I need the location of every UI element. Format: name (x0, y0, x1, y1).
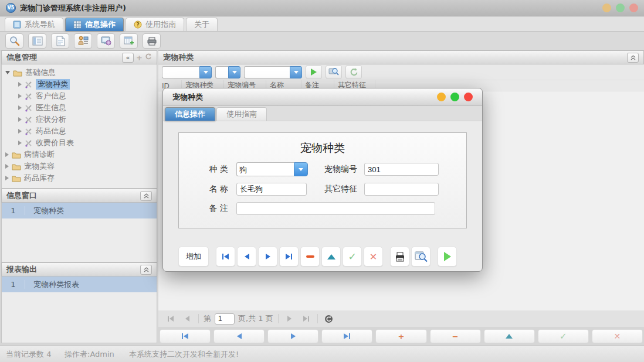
print-button[interactable] (390, 247, 409, 267)
tree-item-base-info[interactable]: 基础信息 (5, 67, 157, 78)
report-output-header: 报表输出 (1, 262, 157, 276)
caret-right-icon[interactable] (18, 141, 22, 145)
print-button[interactable] (143, 33, 161, 49)
form-view-button[interactable] (28, 33, 46, 49)
tree-item-pet-type[interactable]: 宠物种类 (5, 78, 157, 90)
prev-record-button[interactable] (237, 247, 256, 267)
collapse-panel-button[interactable] (140, 265, 152, 275)
collapse-main-button[interactable] (627, 53, 639, 63)
main-tab-bar: 系统导航 信息操作 ? 使用指南 关于 (0, 16, 644, 32)
caret-right-icon[interactable] (18, 105, 22, 110)
delete-record-button[interactable]: − (430, 329, 481, 343)
run-button[interactable] (438, 247, 457, 267)
record-nav-bar: + − ✓ ✕ (160, 329, 643, 343)
caret-right-icon[interactable] (18, 82, 22, 87)
cancel-record-button[interactable]: ✕ (592, 329, 643, 343)
last-page-button[interactable] (300, 313, 313, 325)
dropdown-button[interactable] (199, 66, 212, 78)
save-record-button[interactable]: ✓ (538, 329, 589, 343)
refresh-icon[interactable] (145, 53, 152, 62)
page-number-input[interactable] (215, 313, 235, 325)
remark-input[interactable] (236, 202, 435, 215)
minimize-button[interactable] (437, 93, 446, 101)
add-button[interactable]: 增加 (178, 247, 209, 267)
next-record-button[interactable] (267, 329, 318, 343)
add-record-button[interactable]: + (375, 329, 426, 343)
tree-item-drug-info[interactable]: 药品信息 (5, 125, 157, 137)
monitor-button[interactable] (97, 33, 115, 49)
dropdown-button[interactable] (228, 66, 240, 78)
document-button[interactable] (51, 33, 69, 49)
save-record-button[interactable]: ✓ (343, 247, 362, 267)
printer-icon (146, 35, 158, 47)
play-icon (444, 252, 451, 261)
close-button[interactable] (464, 93, 473, 101)
close-button[interactable] (629, 4, 638, 12)
add-icon[interactable]: + (136, 53, 143, 62)
filter-value-select[interactable] (244, 66, 302, 78)
last-record-button[interactable] (279, 247, 299, 267)
next-page-button[interactable] (283, 313, 296, 325)
refresh-button[interactable] (345, 65, 362, 79)
delete-record-button[interactable] (300, 247, 320, 267)
form-row: 名 称 其它特征 (179, 183, 466, 196)
feature-input[interactable] (364, 183, 439, 196)
cancel-record-button[interactable]: ✕ (364, 247, 383, 267)
collapse-panel-button[interactable] (140, 191, 152, 201)
pet-code-input[interactable] (364, 163, 439, 176)
tab-user-guide[interactable]: ? 使用指南 (126, 18, 184, 31)
prev-record-button[interactable] (213, 329, 265, 343)
next-record-button[interactable] (258, 247, 277, 267)
caret-right-icon[interactable] (18, 94, 22, 98)
window-icon (13, 21, 21, 29)
collapse-sidebar-button[interactable]: « (122, 53, 134, 63)
caret-right-icon[interactable] (5, 176, 9, 180)
caret-right-icon[interactable] (18, 117, 22, 122)
dropdown-button[interactable] (290, 66, 302, 78)
search-button[interactable] (5, 33, 23, 49)
table-add-button[interactable] (120, 33, 138, 49)
maximize-button[interactable] (450, 93, 459, 101)
first-page-button[interactable] (164, 313, 177, 325)
dialog-tab-info-operation[interactable]: 信息操作 (165, 107, 215, 121)
dropdown-button[interactable] (294, 162, 308, 176)
last-record-button[interactable] (321, 329, 372, 343)
tree-item-price-list[interactable]: 收费价目表 (5, 137, 157, 149)
pet-type-dialog: 宠物种类 信息操作 使用指南 宠物种类 种 类 狗 (162, 88, 483, 272)
tree-item-symptom-analysis[interactable]: 症状分析 (5, 114, 157, 125)
filter-operator-select[interactable] (215, 66, 240, 78)
report-row-pet-type-report[interactable]: 1 宠物种类报表 (2, 276, 157, 292)
info-window-row-pet-type[interactable]: 1 宠物种类 (2, 203, 157, 218)
tools-icon (25, 139, 33, 147)
tree-item-customer-info[interactable]: 客户信息 (5, 90, 157, 102)
first-record-button[interactable] (216, 247, 235, 267)
species-select[interactable]: 狗 (236, 162, 308, 176)
caret-right-icon[interactable] (5, 164, 9, 169)
user-report-button[interactable] (74, 33, 92, 49)
dialog-tab-user-guide[interactable]: 使用指南 (216, 107, 267, 121)
refresh-icon (324, 315, 333, 323)
caret-down-icon[interactable] (5, 71, 10, 74)
refresh-page-button[interactable] (323, 313, 335, 325)
tab-info-operation[interactable]: 信息操作 (65, 18, 124, 31)
edit-record-button[interactable] (321, 247, 341, 267)
tree-item-doctor-info[interactable]: 医生信息 (5, 102, 157, 114)
run-filter-button[interactable] (306, 65, 322, 79)
edit-record-button[interactable] (484, 329, 535, 343)
filter-field-select[interactable] (162, 66, 212, 78)
caret-right-icon[interactable] (18, 129, 22, 134)
printer-icon (394, 251, 406, 262)
tab-system-navigation[interactable]: 系统导航 (5, 18, 63, 31)
minimize-button[interactable] (602, 4, 611, 12)
name-input[interactable] (236, 183, 307, 196)
maximize-button[interactable] (616, 4, 625, 12)
tree-item-drug-stock[interactable]: 药品库存 (5, 172, 157, 184)
preview-button[interactable] (326, 65, 342, 79)
caret-right-icon[interactable] (5, 152, 9, 157)
tree-item-pet-beauty[interactable]: 宠物美容 (5, 160, 157, 172)
tab-about[interactable]: 关于 (186, 18, 218, 31)
first-record-button[interactable] (160, 329, 211, 343)
prev-page-button[interactable] (181, 313, 194, 325)
print-preview-button[interactable] (411, 247, 431, 267)
tree-item-diagnosis[interactable]: 病情诊断 (5, 149, 157, 160)
